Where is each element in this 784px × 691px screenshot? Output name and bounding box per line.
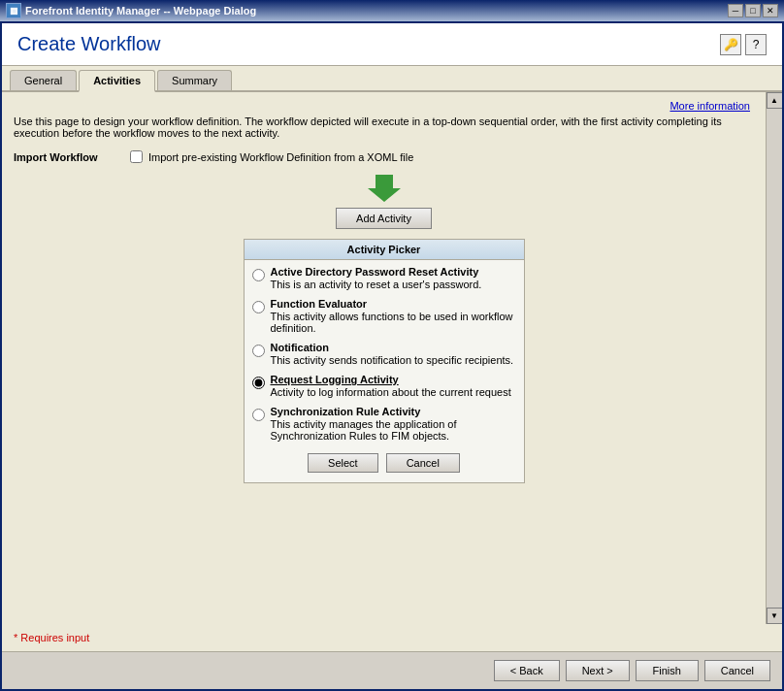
import-workflow-label: Import Workflow (14, 151, 130, 163)
help-icon: ? (753, 38, 760, 51)
description-text: Use this page to design your workflow de… (14, 114, 754, 141)
activity-picker-title: Activity Picker (245, 240, 524, 260)
help-icon-button[interactable]: ? (745, 34, 767, 55)
activity-desc-request-logging: Activity to log information about the cu… (271, 386, 516, 398)
dialog: Create Workflow 🔑 ? General Activities S… (0, 21, 784, 691)
minimize-button[interactable]: ─ (728, 4, 743, 17)
activity-radio-function-evaluator[interactable] (252, 301, 265, 313)
list-item: Function Evaluator This activity allows … (245, 292, 524, 336)
list-item: Synchronization Rule Activity This activ… (245, 400, 524, 444)
select-button[interactable]: Select (308, 453, 378, 473)
app-icon: ▦ (6, 3, 21, 18)
requires-input-text: * Requires input (14, 632, 89, 643)
activity-name-request-logging: Request Logging Activity (271, 374, 516, 385)
tab-summary[interactable]: Summary (157, 70, 232, 90)
activity-name-function-evaluator: Function Evaluator (271, 298, 516, 310)
tab-activities[interactable]: Activities (79, 70, 155, 92)
requires-input: * Requires input (2, 624, 782, 651)
title-bar: ▦ Forefront Identity Manager -- Webpage … (0, 0, 784, 21)
back-button[interactable]: < Back (494, 660, 560, 681)
key-icon: 🔑 (724, 38, 738, 51)
activity-desc-notification: This activity sends notification to spec… (271, 354, 516, 366)
scrollbar: ▲ ▼ (766, 92, 782, 624)
import-workflow-checkbox[interactable] (130, 150, 143, 163)
activity-desc-ad-password: This is an activity to reset a user's pa… (271, 279, 516, 290)
activity-radio-notification[interactable] (252, 345, 265, 357)
activity-picker: Activity Picker Active Directory Passwor… (244, 239, 525, 483)
more-info-bar: More information (14, 98, 754, 114)
footer: < Back Next > Finish Cancel (2, 651, 782, 689)
activity-radio-request-logging[interactable] (252, 377, 265, 389)
tab-general[interactable]: General (10, 70, 77, 90)
activity-desc-function-evaluator: This activity allows functions to be use… (271, 311, 516, 334)
list-item: Request Logging Activity Activity to log… (245, 368, 524, 400)
add-activity-button[interactable]: Add Activity (336, 208, 432, 229)
cancel-button[interactable]: Cancel (704, 660, 770, 681)
import-checkbox-label: Import pre-existing Workflow Definition … (148, 151, 413, 163)
close-button[interactable]: ✕ (763, 4, 778, 17)
down-arrow-icon (368, 175, 401, 202)
import-workflow-row: Import Workflow Import pre-existing Work… (14, 150, 754, 163)
finish-button[interactable]: Finish (636, 660, 699, 681)
dialog-title: Create Workflow (17, 33, 160, 55)
activity-name-ad-password: Active Directory Password Reset Activity (271, 266, 516, 278)
title-bar-text: Forefront Identity Manager -- Webpage Di… (25, 5, 256, 16)
main-content: More information Use this page to design… (2, 92, 766, 624)
scroll-up-button[interactable]: ▲ (767, 92, 783, 109)
activity-name-notification: Notification (271, 342, 516, 353)
key-icon-button[interactable]: 🔑 (720, 34, 741, 55)
scroll-down-button[interactable]: ▼ (767, 608, 783, 624)
activity-radio-sync-rule[interactable] (252, 409, 265, 421)
scroll-track[interactable] (767, 109, 783, 608)
svg-marker-0 (368, 175, 401, 202)
next-button[interactable]: Next > (566, 660, 630, 681)
tabs-bar: General Activities Summary (2, 66, 782, 92)
down-arrow-container (14, 175, 754, 202)
activity-name-sync-rule: Synchronization Rule Activity (271, 406, 516, 417)
activity-radio-ad-password[interactable] (252, 269, 265, 281)
dialog-header: Create Workflow 🔑 ? (2, 23, 782, 66)
cancel-picker-button[interactable]: Cancel (386, 453, 460, 473)
activity-desc-sync-rule: This activity manages the application of… (271, 418, 516, 442)
more-info-link[interactable]: More information (670, 100, 750, 112)
list-item: Active Directory Password Reset Activity… (245, 260, 524, 292)
maximize-button[interactable]: □ (745, 4, 761, 17)
content-area: More information Use this page to design… (2, 92, 782, 624)
picker-buttons: Select Cancel (245, 453, 524, 473)
list-item: Notification This activity sends notific… (245, 336, 524, 368)
